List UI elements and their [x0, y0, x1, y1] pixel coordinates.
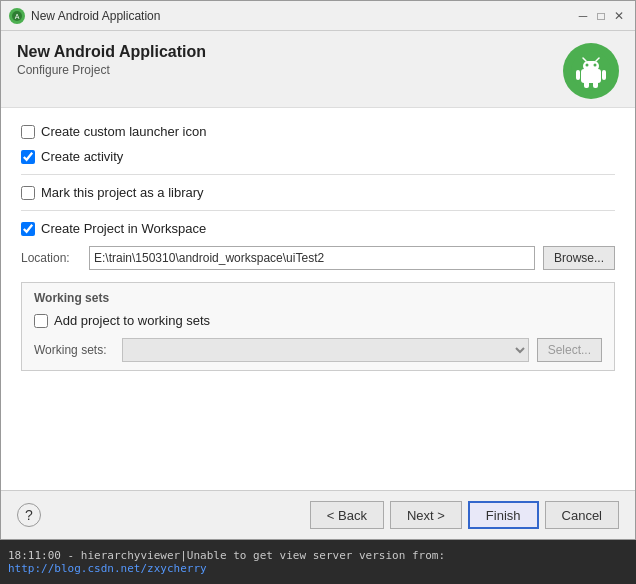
svg-rect-9 — [576, 70, 580, 80]
dialog-subtitle: Configure Project — [17, 63, 206, 77]
select-button: Select... — [537, 338, 602, 362]
add-working-sets-checkbox[interactable] — [34, 314, 48, 328]
minimize-button[interactable]: ─ — [575, 8, 591, 24]
status-link[interactable]: http://blog.csdn.net/zxycherry — [8, 562, 207, 575]
window-icon: A — [9, 8, 25, 24]
window-controls: ─ □ ✕ — [575, 8, 627, 24]
window-title: New Android Application — [31, 9, 575, 23]
location-input[interactable] — [89, 246, 535, 270]
custom-launcher-checkbox[interactable] — [21, 125, 35, 139]
workspace-label[interactable]: Create Project in Workspace — [41, 221, 206, 236]
footer-buttons: < Back Next > Finish Cancel — [310, 501, 619, 529]
create-activity-label[interactable]: Create activity — [41, 149, 123, 164]
status-text: 18:11:00 - hierarchyviewer|Unable to get… — [8, 549, 628, 575]
back-button[interactable]: < Back — [310, 501, 384, 529]
workspace-checkbox[interactable] — [21, 222, 35, 236]
add-working-sets-row: Add project to working sets — [34, 313, 602, 328]
finish-button[interactable]: Finish — [468, 501, 539, 529]
maximize-button[interactable]: □ — [593, 8, 609, 24]
cancel-button[interactable]: Cancel — [545, 501, 619, 529]
add-working-sets-label[interactable]: Add project to working sets — [54, 313, 210, 328]
library-label[interactable]: Mark this project as a library — [41, 185, 204, 200]
create-activity-row: Create activity — [21, 149, 615, 164]
help-button[interactable]: ? — [17, 503, 41, 527]
status-message: 18:11:00 - hierarchyviewer|Unable to get… — [8, 549, 445, 562]
main-form: Create custom launcher icon Create activ… — [1, 108, 635, 490]
next-button[interactable]: Next > — [390, 501, 462, 529]
create-activity-checkbox[interactable] — [21, 150, 35, 164]
working-sets-dropdown — [122, 338, 529, 362]
location-label: Location: — [21, 251, 81, 265]
android-logo — [563, 43, 619, 99]
header-text: New Android Application Configure Projec… — [17, 43, 206, 77]
svg-rect-10 — [602, 70, 606, 80]
library-checkbox[interactable] — [21, 186, 35, 200]
custom-launcher-label[interactable]: Create custom launcher icon — [41, 124, 206, 139]
main-window: A New Android Application ─ □ ✕ New Andr… — [0, 0, 636, 540]
working-sets-title: Working sets — [34, 291, 602, 305]
dialog-title: New Android Application — [17, 43, 206, 61]
title-bar: A New Android Application ─ □ ✕ — [1, 1, 635, 31]
header-section: New Android Application Configure Projec… — [1, 31, 635, 108]
svg-point-5 — [586, 64, 589, 67]
location-row: Location: Browse... — [21, 246, 615, 270]
footer: ? < Back Next > Finish Cancel — [1, 490, 635, 539]
svg-rect-11 — [584, 81, 589, 88]
svg-text:A: A — [15, 13, 20, 20]
workspace-row: Create Project in Workspace — [21, 221, 615, 236]
status-bar: 18:11:00 - hierarchyviewer|Unable to get… — [0, 540, 636, 584]
browse-button[interactable]: Browse... — [543, 246, 615, 270]
close-button[interactable]: ✕ — [611, 8, 627, 24]
svg-rect-12 — [593, 81, 598, 88]
working-sets-select-row: Working sets: Select... — [34, 338, 602, 362]
working-sets-section: Working sets Add project to working sets… — [21, 282, 615, 371]
svg-rect-3 — [581, 69, 601, 83]
svg-point-6 — [594, 64, 597, 67]
library-row: Mark this project as a library — [21, 185, 615, 200]
divider-2 — [21, 210, 615, 211]
working-sets-label: Working sets: — [34, 343, 114, 357]
svg-rect-4 — [583, 61, 599, 71]
divider-1 — [21, 174, 615, 175]
custom-launcher-row: Create custom launcher icon — [21, 124, 615, 139]
